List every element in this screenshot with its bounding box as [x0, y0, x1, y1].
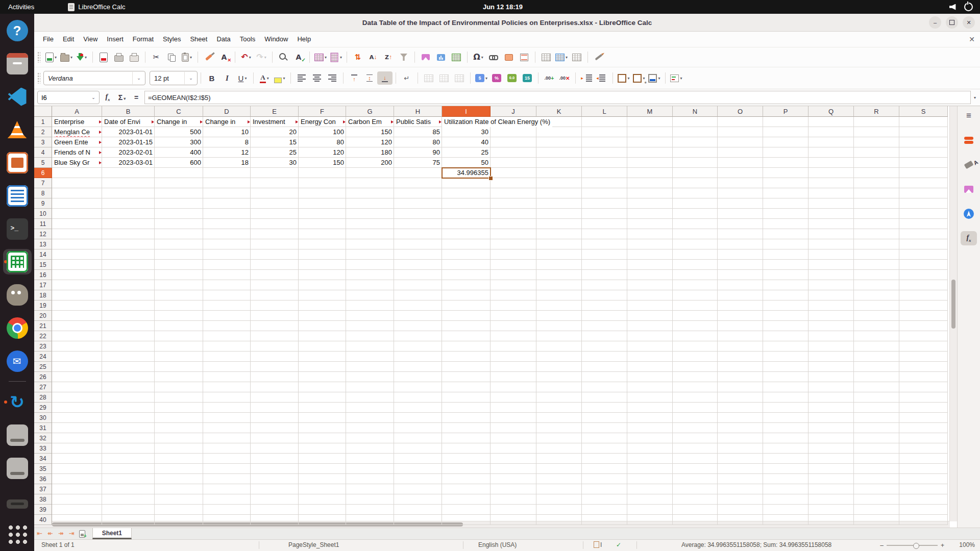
cell-C1[interactable]: Change in: [155, 117, 203, 127]
title-bar[interactable]: Data Table of the Impact of Environmenta…: [34, 14, 980, 32]
menu-view[interactable]: View: [79, 32, 102, 47]
column-header-B[interactable]: B: [102, 106, 155, 117]
cell-I4[interactable]: 25: [442, 147, 491, 158]
column-header-G[interactable]: G: [346, 106, 394, 117]
row-header-12[interactable]: 12: [34, 229, 52, 239]
system-tray[interactable]: [949, 0, 973, 14]
function-wizard-icon[interactable]: fx: [102, 93, 114, 102]
digital-signature-icon[interactable]: ✓: [616, 540, 621, 550]
cell-B4[interactable]: 2023-02-01: [102, 147, 155, 158]
row-header-22[interactable]: 22: [34, 331, 52, 341]
spelling-button[interactable]: A✓: [291, 51, 306, 64]
toolbar-grip[interactable]: [37, 52, 40, 63]
dock-item-removable-media[interactable]: [3, 488, 32, 514]
row-header-39[interactable]: 39: [34, 505, 52, 515]
insert-hyperlink-button[interactable]: [486, 51, 501, 64]
increase-indent-button[interactable]: ▸: [579, 71, 594, 85]
cell-F3[interactable]: 80: [299, 137, 346, 147]
chevron-down-icon[interactable]: ⌄: [184, 72, 197, 84]
new-button[interactable]: ▾: [43, 51, 59, 64]
dock-item-external-drive-2[interactable]: [3, 456, 32, 481]
dock-item-gimp[interactable]: [3, 282, 32, 308]
dock-item-vlc[interactable]: [3, 117, 32, 142]
column-header-N[interactable]: N: [673, 106, 718, 117]
row-header-19[interactable]: 19: [34, 300, 52, 311]
sidebar-tab-sidebar-menu[interactable]: ≡: [961, 109, 977, 123]
column-header-Q[interactable]: Q: [808, 106, 854, 117]
underline-button[interactable]: U▾: [235, 71, 250, 85]
format-percent-button[interactable]: %: [489, 71, 504, 85]
column-header-M[interactable]: M: [627, 106, 673, 117]
column-header-I[interactable]: I: [442, 106, 491, 117]
column-header-S[interactable]: S: [899, 106, 948, 117]
formula-input[interactable]: =GEOMEAN(I$2:I$5): [144, 91, 971, 104]
cell-D1[interactable]: Change in: [203, 117, 251, 127]
cell-C5[interactable]: 600: [155, 158, 203, 168]
row-header-20[interactable]: 20: [34, 311, 52, 321]
align-bottom-button[interactable]: ↓: [377, 71, 393, 85]
equals-icon[interactable]: =: [130, 93, 142, 102]
cell-B5[interactable]: 2023-03-01: [102, 158, 155, 168]
cell-I1[interactable]: Utilization Rate of Clean Energy (%): [442, 117, 552, 127]
bold-button[interactable]: B: [204, 71, 219, 85]
cell-I5[interactable]: 50: [442, 158, 491, 168]
cell-I6[interactable]: 34.996355: [442, 168, 491, 178]
row-header-27[interactable]: 27: [34, 382, 52, 392]
row-header-33[interactable]: 33: [34, 443, 52, 454]
cell-G3[interactable]: 120: [346, 137, 394, 147]
dock-item-calc[interactable]: [3, 249, 32, 274]
column-header-H[interactable]: H: [394, 106, 442, 117]
language-status[interactable]: English (USA): [478, 540, 517, 550]
row-header-32[interactable]: 32: [34, 433, 52, 443]
cell-I2[interactable]: 30: [442, 127, 491, 137]
fill-handle[interactable]: [488, 176, 493, 181]
insert-image-button[interactable]: [418, 51, 433, 64]
paste-button[interactable]: ▾: [179, 51, 194, 64]
cell-H1[interactable]: Public Satis: [394, 117, 442, 127]
dock-item-file-manager[interactable]: [3, 51, 32, 77]
row-header-26[interactable]: 26: [34, 372, 52, 382]
borders-button[interactable]: ▾: [616, 71, 631, 85]
cell-F5[interactable]: 150: [299, 158, 346, 168]
export-pdf-button[interactable]: [96, 51, 111, 64]
row-header-15[interactable]: 15: [34, 260, 52, 270]
format-currency-button[interactable]: $▾: [474, 71, 489, 85]
zoom-out-icon[interactable]: –: [880, 542, 884, 549]
clock[interactable]: Jun 12 18:19: [483, 0, 523, 14]
center-vertically-button[interactable]: ↕: [362, 71, 377, 85]
chevron-down-icon[interactable]: ⌄: [88, 95, 99, 100]
cell-E3[interactable]: 15: [251, 137, 299, 147]
print-preview-button[interactable]: [127, 51, 142, 64]
border-style-button[interactable]: ●▾: [631, 71, 647, 85]
cell-E2[interactable]: 20: [251, 127, 299, 137]
row-header-14[interactable]: 14: [34, 249, 52, 260]
row-header-2[interactable]: 2: [34, 127, 52, 137]
cell-A5[interactable]: Blue Sky Gr: [52, 158, 102, 168]
menu-styles[interactable]: Styles: [158, 32, 185, 47]
first-sheet-icon[interactable]: ⇤: [34, 528, 45, 539]
row-header-18[interactable]: 18: [34, 290, 52, 300]
dock-item-chrome[interactable]: [3, 315, 32, 341]
column-header-E[interactable]: E: [251, 106, 299, 117]
menu-data[interactable]: Data: [212, 32, 235, 47]
row-header-6[interactable]: 6: [34, 168, 52, 178]
cell-G4[interactable]: 180: [346, 147, 394, 158]
row-header-4[interactable]: 4: [34, 147, 52, 158]
dock-item-impress[interactable]: [3, 150, 32, 176]
dock-item-help[interactable]: ?: [3, 18, 32, 43]
spreadsheet-grid[interactable]: ABCDEFGHIJKLMNOPQRS123456789101112131415…: [34, 106, 957, 528]
zoom-knob[interactable]: [913, 543, 919, 549]
zoom-slider[interactable]: – +: [880, 540, 944, 550]
italic-button[interactable]: I: [219, 71, 235, 85]
expand-formula-bar-icon[interactable]: ▾: [974, 95, 976, 100]
cell-A2[interactable]: Menglan Ce: [52, 127, 102, 137]
font-name-combobox[interactable]: Verdana ⌄: [43, 71, 145, 85]
vertical-scrollbar-thumb[interactable]: [951, 280, 955, 329]
row-header-24[interactable]: 24: [34, 352, 52, 362]
pivot-table-button[interactable]: [449, 51, 464, 64]
name-box[interactable]: I6 ⌄: [37, 91, 100, 104]
row-header-10[interactable]: 10: [34, 209, 52, 219]
cell-H5[interactable]: 75: [394, 158, 442, 168]
cell-H4[interactable]: 90: [394, 147, 442, 158]
dock-item-terminal[interactable]: >_: [3, 216, 32, 242]
